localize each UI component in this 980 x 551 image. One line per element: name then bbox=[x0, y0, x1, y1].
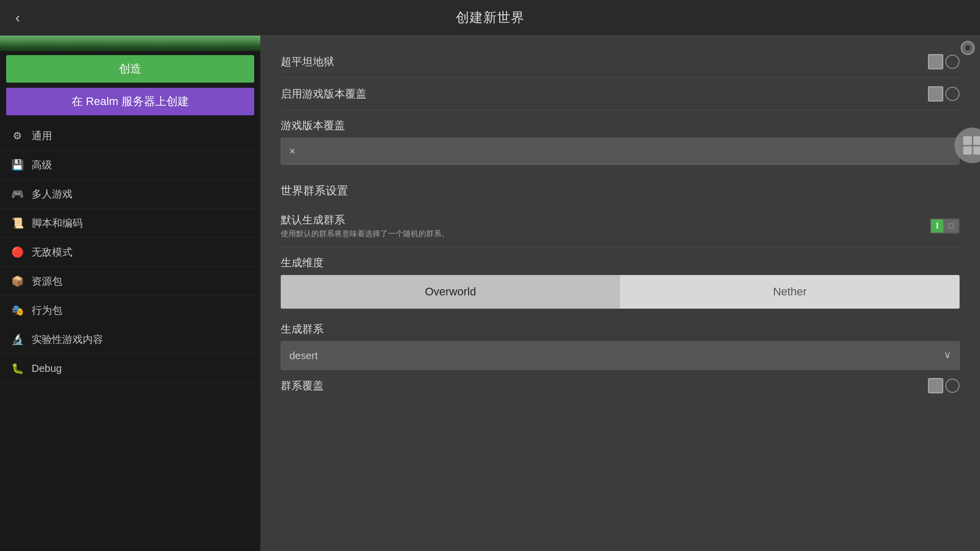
sidebar-label-cheats: 无敌模式 bbox=[32, 245, 72, 259]
default-biome-label: 默认生成群系 bbox=[281, 213, 449, 227]
sidebar-label-resources: 资源包 bbox=[32, 274, 62, 288]
default-biome-sublabel: 使用默认的群系将意味着选择了一个随机的群系。 bbox=[281, 229, 449, 239]
cheats-icon: 🔴 bbox=[10, 245, 24, 259]
biome-dropdown[interactable]: desert bbox=[281, 341, 960, 370]
content-panel: 超平坦地狱 启用游戏版本覆盖 游戏版本覆盖 bbox=[260, 36, 980, 551]
biome-override-label: 群系覆盖 bbox=[281, 379, 324, 393]
world-preview-image bbox=[0, 36, 260, 51]
flat-world-label: 超平坦地狱 bbox=[281, 55, 334, 69]
sidebar-label-advanced: 高级 bbox=[32, 158, 52, 172]
game-version-overlay-toggle-wrap bbox=[928, 86, 960, 102]
sidebar-label-general: 通用 bbox=[32, 129, 52, 143]
spawn-dimension-row: 生成维度 Overworld Nether bbox=[281, 247, 960, 317]
top-bar: ‹ 创建新世界 bbox=[0, 0, 980, 36]
default-biome-row: 默认生成群系 使用默认的群系将意味着选择了一个随机的群系。 I □ bbox=[281, 205, 960, 247]
grid-cell-3 bbox=[963, 146, 972, 155]
flat-world-row: 超平坦地狱 bbox=[281, 46, 960, 78]
game-version-input-row: 游戏版本覆盖 bbox=[281, 110, 960, 173]
biome-dropdown-row: 生成群系 desert ∨ bbox=[281, 322, 960, 370]
dimension-overworld-button[interactable]: Overworld bbox=[281, 275, 620, 309]
main-layout: 创造 在 Realm 服务器上创建 ⚙ 通用 💾 高级 🎮 多人游戏 📜 脚本和… bbox=[0, 36, 980, 551]
create-button[interactable]: 创造 bbox=[6, 55, 254, 83]
game-version-toggle-circle[interactable] bbox=[945, 87, 960, 101]
multiplayer-icon: 🎮 bbox=[10, 187, 24, 201]
game-version-input-wrap bbox=[281, 138, 960, 165]
sidebar-label-multiplayer: 多人游戏 bbox=[32, 187, 72, 201]
sidebar-item-debug[interactable]: 🐛 Debug bbox=[0, 354, 260, 383]
game-version-overlay-row: 启用游戏版本覆盖 bbox=[281, 78, 960, 110]
default-biome-text: 默认生成群系 使用默认的群系将意味着选择了一个随机的群系。 bbox=[281, 213, 449, 239]
sidebar-item-behaviors[interactable]: 🎭 行为包 bbox=[0, 296, 260, 325]
game-version-overlay-label: 启用游戏版本覆盖 bbox=[281, 87, 366, 101]
biome-override-toggle-square[interactable] bbox=[928, 378, 943, 393]
sidebar-label-scripts: 脚本和编码 bbox=[32, 216, 83, 230]
default-biome-off[interactable]: □ bbox=[943, 219, 959, 233]
resources-icon: 📦 bbox=[10, 274, 24, 288]
dimension-nether-button[interactable]: Nether bbox=[620, 275, 960, 309]
back-button[interactable]: ‹ bbox=[15, 10, 20, 26]
sidebar-nav: ⚙ 通用 💾 高级 🎮 多人游戏 📜 脚本和编码 🔴 无敌模式 📦 资源包 bbox=[0, 121, 260, 551]
sidebar-item-cheats[interactable]: 🔴 无敌模式 bbox=[0, 238, 260, 267]
default-biome-toggle[interactable]: I □ bbox=[930, 218, 960, 234]
dimension-selector: Overworld Nether bbox=[281, 275, 960, 309]
scripts-icon: 📜 bbox=[10, 216, 24, 230]
grid-icon bbox=[963, 136, 980, 155]
biome-override-row: 群系覆盖 bbox=[281, 370, 960, 402]
flat-world-toggle-wrap bbox=[928, 54, 960, 69]
sidebar-item-multiplayer[interactable]: 🎮 多人游戏 bbox=[0, 180, 260, 209]
sidebar-item-general[interactable]: ⚙ 通用 bbox=[0, 121, 260, 151]
experiments-icon: 🔬 bbox=[10, 332, 24, 346]
biome-dropdown-label: 生成群系 bbox=[281, 322, 960, 336]
scroll-dot bbox=[965, 45, 970, 51]
scroll-indicator bbox=[961, 41, 975, 55]
flat-world-toggle-circle[interactable] bbox=[945, 55, 960, 69]
sidebar-label-experiments: 实验性游戏内容 bbox=[32, 333, 103, 346]
realm-button[interactable]: 在 Realm 服务器上创建 bbox=[6, 88, 254, 115]
grid-cell-4 bbox=[973, 146, 981, 155]
sidebar-item-advanced[interactable]: 💾 高级 bbox=[0, 151, 260, 180]
sidebar-label-behaviors: 行为包 bbox=[32, 304, 62, 317]
game-version-input-label: 游戏版本覆盖 bbox=[281, 118, 960, 133]
sidebar-item-scripts[interactable]: 📜 脚本和编码 bbox=[0, 209, 260, 238]
grid-cell-1 bbox=[963, 136, 972, 145]
sidebar-item-experiments[interactable]: 🔬 实验性游戏内容 bbox=[0, 325, 260, 354]
biome-override-toggle-wrap bbox=[928, 378, 960, 393]
world-preset-heading: 世界群系设置 bbox=[281, 173, 960, 205]
grid-cell-2 bbox=[973, 136, 981, 145]
debug-icon: 🐛 bbox=[10, 361, 24, 375]
sidebar-label-debug: Debug bbox=[32, 363, 62, 374]
sidebar-item-resources[interactable]: 📦 资源包 bbox=[0, 267, 260, 296]
game-version-input[interactable] bbox=[281, 138, 960, 165]
flat-world-toggle-square[interactable] bbox=[928, 54, 943, 69]
advanced-icon: 💾 bbox=[10, 158, 24, 172]
game-version-toggle-square[interactable] bbox=[928, 86, 943, 102]
page-title: 创建新世界 bbox=[456, 9, 525, 27]
content-inner: 超平坦地狱 启用游戏版本覆盖 游戏版本覆盖 bbox=[260, 36, 980, 412]
sidebar: 创造 在 Realm 服务器上创建 ⚙ 通用 💾 高级 🎮 多人游戏 📜 脚本和… bbox=[0, 36, 260, 551]
default-biome-on[interactable]: I bbox=[931, 219, 943, 233]
behaviors-icon: 🎭 bbox=[10, 303, 24, 317]
spawn-dimension-label: 生成维度 bbox=[281, 256, 960, 270]
general-icon: ⚙ bbox=[10, 129, 24, 143]
biome-override-toggle-circle[interactable] bbox=[945, 379, 960, 393]
